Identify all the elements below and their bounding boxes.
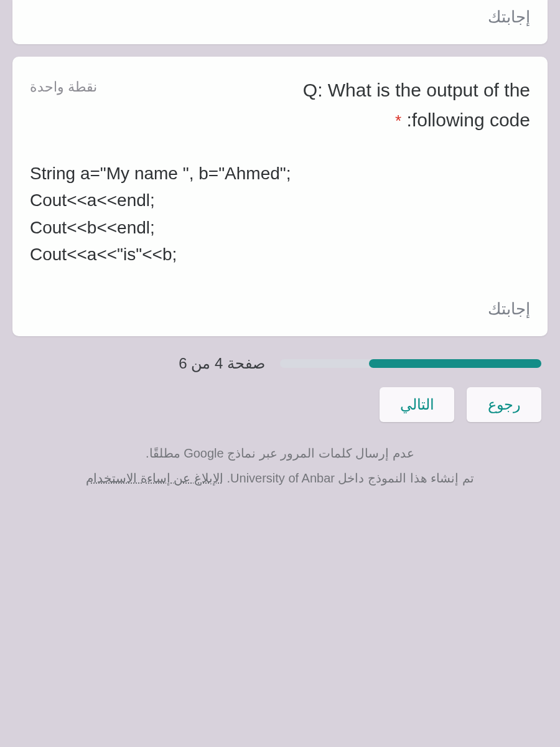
- back-button[interactable]: رجوع: [467, 387, 541, 422]
- page-label: صفحة 4 من 6: [179, 355, 265, 372]
- question-title-line2-text: :following code: [407, 110, 530, 130]
- answer-label[interactable]: إجابتك: [30, 299, 530, 319]
- question-points: نقطة واحدة: [30, 75, 97, 95]
- button-row: رجوع التالي: [12, 385, 548, 441]
- question-title-block: Q: What is the output of the * :followin…: [303, 75, 530, 135]
- progress-fill: [369, 359, 541, 368]
- question-title-line2: * :following code: [303, 105, 530, 135]
- footer-origin: تم إنشاء هذا النموذج داخل University of …: [19, 466, 541, 491]
- previous-answer-card: إجابتك: [12, 0, 548, 44]
- question-title-line1: Q: What is the output of the: [303, 75, 530, 105]
- next-button[interactable]: التالي: [380, 387, 454, 422]
- required-mark: *: [395, 111, 401, 130]
- progress-row: صفحة 4 من 6: [12, 349, 548, 385]
- question-header: Q: What is the output of the * :followin…: [30, 75, 530, 135]
- answer-label[interactable]: إجابتك: [30, 7, 530, 27]
- code-block: String a="My name ", b="Ahmed"; Cout<<a<…: [30, 160, 530, 268]
- question-card: Q: What is the output of the * :followin…: [12, 57, 548, 336]
- footer: عدم إرسال كلمات المرور عبر نماذج Google …: [12, 441, 548, 491]
- progress-bar: [280, 359, 541, 368]
- report-abuse-link[interactable]: الإبلاغ عن إساءة الاستخدام: [86, 471, 223, 485]
- footer-password-warning: عدم إرسال كلمات المرور عبر نماذج Google …: [19, 441, 541, 466]
